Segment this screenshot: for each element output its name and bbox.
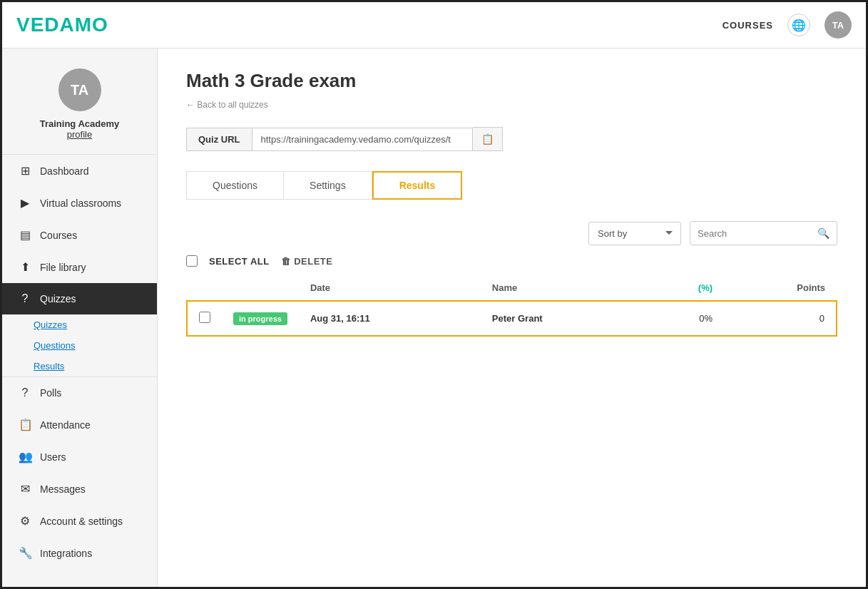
sidebar-item-label: Attendance [40,419,91,431]
delete-button[interactable]: 🗑 DELETE [281,256,333,267]
copy-url-button[interactable]: 📋 [473,127,503,151]
sidebar-item-label: Courses [40,230,77,241]
table-row: in progress Aug 31, 16:11 Peter Grant 0%… [187,301,837,336]
content-area: Math 3 Grade exam ← Back to all quizzes … [158,48,866,587]
sidebar-item-label: Users [40,451,66,463]
user-avatar-top[interactable]: TA [824,11,852,39]
row-checkbox[interactable] [199,312,210,323]
integrations-icon: 🔧 [19,546,31,560]
row-date-cell: Aug 31, 16:11 [299,301,481,336]
logo: VEDAMO [16,14,108,36]
top-nav: VEDAMO COURSES 🌐 TA [2,2,866,48]
sidebar-item-label: Quizzes [40,293,76,304]
search-box: 🔍 [690,221,837,245]
sidebar-item-account-settings[interactable]: ⚙ Account & settings [2,505,157,537]
col-header-name: Name [481,275,642,301]
sidebar-bottom: ? Polls 📋 Attendance 👥 Users ✉ Messages [2,377,157,569]
sidebar-item-polls[interactable]: ? Polls [2,377,157,409]
col-header-pct: (%) [642,275,724,301]
select-all-checkbox[interactable] [186,255,198,267]
page-title: Math 3 Grade exam [186,70,837,92]
users-icon: 👥 [19,450,31,463]
attendance-icon: 📋 [19,418,31,431]
virtual-classrooms-icon: ▶ [19,196,31,210]
row-checkbox-cell [187,301,222,336]
sidebar-item-quizzes[interactable]: ? Quizzes [2,283,157,314]
delete-label: DELETE [294,256,332,267]
status-badge: in progress [233,312,287,325]
sidebar-item-dashboard[interactable]: ⊞ Dashboard [2,155,157,187]
tab-questions[interactable]: Questions [186,171,284,200]
sidebar-item-users[interactable]: 👥 Users [2,441,157,473]
search-icon: 🔍 [817,227,829,239]
sidebar-profile-link[interactable]: profile [67,129,92,140]
row-pct-cell: 0% [642,301,724,336]
quiz-url-input[interactable] [252,128,473,151]
row-name-cell: Peter Grant [481,301,642,336]
sidebar-item-file-library[interactable]: ⬆ File library [2,251,157,283]
tab-results[interactable]: Results [372,171,463,200]
col-header-points: Points [724,275,837,301]
polls-icon: ? [19,386,31,399]
sidebar-nav: ⊞ Dashboard ▶ Virtual classrooms ▤ Cours… [2,155,157,587]
dashboard-icon: ⊞ [19,164,31,178]
courses-nav-link[interactable]: COURSES [723,20,773,31]
top-nav-right: COURSES 🌐 TA [723,11,852,39]
col-header-status [222,275,299,301]
back-link[interactable]: ← Back to all quizzes [186,100,268,110]
sidebar-item-integrations[interactable]: 🔧 Integrations [2,537,157,569]
sidebar-item-label: File library [40,262,86,273]
sidebar-sub-results[interactable]: Results [34,356,157,377]
main-layout: TA Training Academy profile ⊞ Dashboard … [2,48,866,587]
sidebar-avatar: TA [58,68,101,111]
sidebar-profile: TA Training Academy profile [2,48,157,155]
settings-icon: ⚙ [19,514,31,528]
sidebar-sub-questions[interactable]: Questions [34,335,157,356]
file-library-icon: ⬆ [19,260,31,274]
sidebar-item-attendance[interactable]: 📋 Attendance [2,409,157,441]
quiz-url-label: Quiz URL [186,128,252,151]
tab-settings[interactable]: Settings [284,171,372,200]
sidebar-org-name: Training Academy [40,118,120,129]
sidebar-item-label: Polls [40,387,61,399]
sidebar-item-label: Messages [40,483,86,495]
results-table: Date Name (%) Points in progress [186,275,837,337]
sidebar-sub-quizzes[interactable]: Quizzes [34,314,157,335]
sidebar-item-label: Integrations [40,548,92,559]
sort-by-select[interactable]: Sort by Date Name Points [588,222,681,245]
sidebar-item-virtual-classrooms[interactable]: ▶ Virtual classrooms [2,187,157,219]
sidebar-item-courses[interactable]: ▤ Courses [2,219,157,251]
results-toolbar: Sort by Date Name Points 🔍 [186,221,837,245]
messages-icon: ✉ [19,482,31,496]
sidebar-item-label: Account & settings [40,516,123,527]
row-points-cell: 0 [724,301,837,336]
sidebar-item-label: Dashboard [40,165,89,177]
sidebar-quizzes-sub: Quizzes Questions Results [2,314,157,377]
search-input[interactable] [698,228,812,239]
tabs-container: Questions Settings Results [186,171,837,200]
sidebar-item-messages[interactable]: ✉ Messages [2,473,157,505]
trash-icon: 🗑 [281,256,291,267]
globe-icon[interactable]: 🌐 [787,14,810,36]
bulk-actions: SELECT ALL 🗑 DELETE [186,255,837,267]
col-header-checkbox [187,275,222,301]
row-status-cell: in progress [222,301,299,336]
sidebar-item-label: Virtual classrooms [40,198,121,209]
quizzes-icon: ? [19,292,31,305]
courses-icon: ▤ [19,228,31,242]
quiz-url-bar: Quiz URL 📋 [186,127,837,151]
select-all-label[interactable]: SELECT ALL [209,256,270,267]
sidebar: TA Training Academy profile ⊞ Dashboard … [2,48,158,587]
col-header-date: Date [299,275,481,301]
